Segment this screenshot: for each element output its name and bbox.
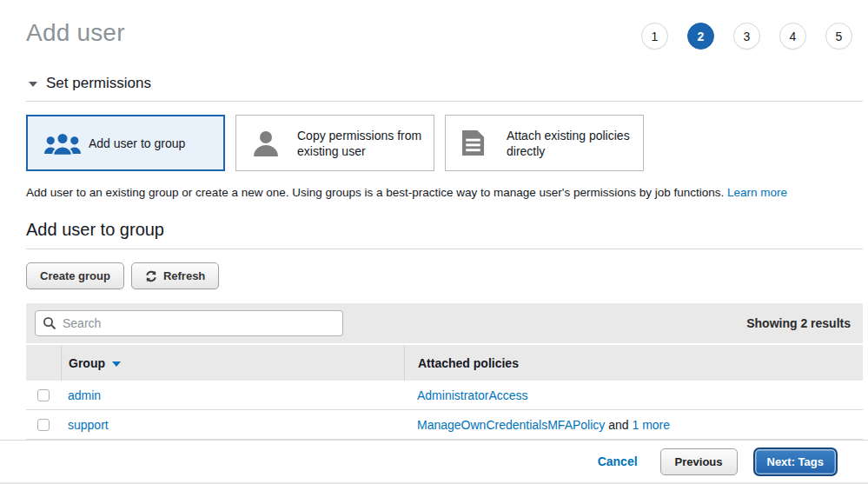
chevron-down-icon (29, 82, 37, 87)
table-row-support: support ManageOwnCredentialsMFAPolicy an… (26, 410, 863, 440)
refresh-icon (145, 270, 157, 282)
row-checkbox-cell (26, 389, 61, 401)
cancel-link[interactable]: Cancel (598, 454, 638, 468)
step-indicator: 1 2 3 4 5 (641, 23, 852, 50)
group-link[interactable]: support (68, 418, 109, 432)
refresh-button[interactable]: Refresh (131, 262, 219, 289)
page-title: Add user (26, 19, 125, 47)
page-header: Add user 1 2 3 4 5 (0, 0, 868, 50)
policy-link[interactable]: ManageOwnCredentialsMFAPolicy (417, 418, 605, 432)
column-label: Group (69, 356, 105, 370)
step-5: 5 (825, 23, 852, 50)
user-icon (252, 129, 297, 157)
step-3: 3 (733, 23, 760, 50)
row-checkbox[interactable] (37, 389, 50, 401)
table-toolbar: Showing 2 results (26, 303, 863, 345)
permission-option-cards: Add user to group Copy permissions from … (26, 115, 863, 171)
option-add-user-to-group[interactable]: Add user to group (26, 115, 225, 171)
table-actions: Create group Refresh (26, 262, 863, 289)
group-cell: support (61, 418, 404, 432)
option-attach-policies[interactable]: Attach existing policies directly (445, 115, 644, 171)
results-count: Showing 2 results (746, 316, 851, 330)
learn-more-link[interactable]: Learn more (727, 186, 787, 199)
next-tags-button[interactable]: Next: Tags (753, 448, 838, 476)
wizard-footer: Cancel Previous Next: Tags (0, 440, 868, 484)
more-policies-link[interactable]: 1 more (632, 418, 670, 432)
column-header-group[interactable]: Group (61, 345, 404, 381)
row-checkbox[interactable] (37, 419, 50, 431)
document-icon (461, 129, 507, 156)
set-permissions-section-header[interactable]: Set permissions (26, 75, 863, 102)
row-checkbox-cell (26, 419, 61, 431)
table-row-admin: admin AdministratorAccess (26, 381, 863, 410)
description-text: Add user to an existing group or create … (26, 186, 727, 199)
refresh-label: Refresh (163, 269, 205, 282)
column-label: Attached policies (418, 356, 519, 370)
option-label: Attach existing policies directly (507, 128, 634, 159)
group-icon (43, 130, 89, 156)
table-header-row: Group Attached policies (26, 345, 863, 381)
group-cell: admin (61, 388, 404, 402)
option-label: Copy permissions from existing user (297, 128, 425, 159)
policies-cell: ManageOwnCredentialsMFAPolicy and 1 more (404, 418, 863, 432)
group-section-title: Add user to group (26, 220, 863, 249)
header-checkbox-cell (26, 345, 61, 381)
search-icon (43, 316, 56, 330)
option-label: Add user to group (89, 136, 185, 151)
groups-table: Showing 2 results Group Attached policie… (26, 303, 863, 440)
section-description: Add user to an existing group or create … (26, 186, 863, 199)
and-text: and (605, 418, 632, 432)
previous-button[interactable]: Previous (660, 448, 738, 475)
section-title: Set permissions (46, 75, 151, 92)
step-4: 4 (779, 23, 806, 50)
step-1: 1 (641, 23, 668, 50)
sort-descending-icon (112, 361, 121, 367)
search-wrap (35, 310, 343, 336)
option-copy-permissions[interactable]: Copy permissions from existing user (235, 115, 434, 171)
create-group-button[interactable]: Create group (26, 262, 124, 289)
policies-cell: AdministratorAccess (404, 388, 863, 402)
policy-link[interactable]: AdministratorAccess (417, 388, 528, 402)
group-link[interactable]: admin (68, 388, 101, 402)
column-header-policies: Attached policies (404, 345, 863, 381)
search-input[interactable] (35, 310, 343, 336)
step-2-active: 2 (687, 23, 714, 50)
